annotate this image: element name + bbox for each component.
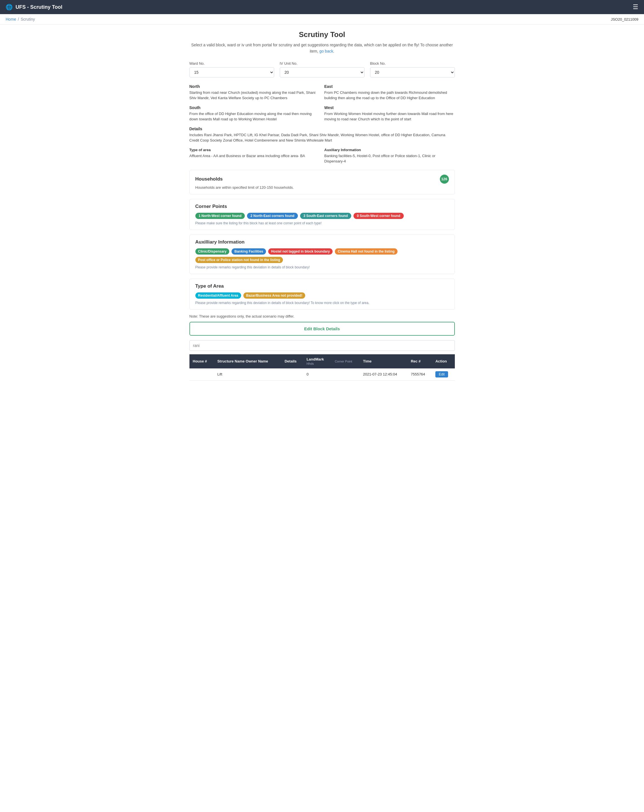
auxiliary-info-title: Auxilliary Information: [195, 239, 449, 245]
corner-tag-sw: 0 South-West corner found: [353, 213, 404, 219]
suggestion-note: Note: These are suggestions only, the ac…: [189, 314, 455, 318]
col-rec: Rec #: [407, 354, 432, 368]
auxiliary-text: Banking facilities-5, Hostel-0, Post off…: [324, 153, 455, 164]
households-title: Households: [195, 176, 223, 182]
page-title: Scrutiny Tool: [189, 30, 455, 39]
corner-tags-row: 1 North-West corner found 2 North-East c…: [195, 213, 449, 219]
ward-select[interactable]: 15: [189, 67, 274, 78]
col-corner: Corner Point: [332, 354, 360, 368]
page-subtitle: Select a valid block, ward or iv unit fr…: [189, 42, 455, 55]
corner-tag-se: 3 South-East corners found: [300, 213, 351, 219]
aux-tag-postoffice: Post office or Police station not found …: [195, 257, 283, 263]
corner-points-card: Corner Points 1 North-West corner found …: [189, 199, 455, 230]
table-head: House # Structure Name Owner Name Detail…: [189, 354, 455, 368]
area-tags-row: Residential/Affluent Area Bazar/Business…: [195, 292, 449, 299]
cell-time: 2021-07-23 12:45:04: [360, 368, 407, 380]
corner-points-title: Corner Points: [195, 204, 449, 209]
breadcrumb-bar: Home / Scrutiny JSO20_0211009: [0, 14, 644, 24]
globe-icon: 🌐: [6, 4, 13, 11]
col-details: Details: [281, 354, 303, 368]
east-boundary: East From PC Chambers moving down the pa…: [324, 84, 455, 101]
brand-name: UFS - Scrutiny Tool: [15, 4, 62, 10]
cell-details: [281, 368, 303, 380]
jso-code: JSO20_0211009: [611, 17, 638, 21]
table-body: Lift 0 2021-07-23 12:45:04 7555764 Edit: [189, 368, 455, 380]
iv-select[interactable]: 20: [280, 67, 364, 78]
breadcrumb-current: Scrutiny: [21, 17, 35, 21]
ward-label: Ward No.: [189, 61, 274, 66]
selectors-row: Ward No. 15 IV Unit No. 20 Block No. 20: [189, 61, 455, 78]
aux-tag-clinic: Clinic/Dispensary: [195, 248, 230, 255]
area-tag-residential: Residential/Affluent Area: [195, 292, 241, 299]
row-edit-button[interactable]: Edit: [435, 371, 448, 377]
aux-tag-hostel: Hostel not tagged in block boundary: [268, 248, 333, 255]
edit-block-button[interactable]: Edit Block Details: [189, 322, 455, 336]
ward-selector-group: Ward No. 15: [189, 61, 274, 78]
navbar: 🌐 UFS - Scrutiny Tool ☰: [0, 0, 644, 14]
auxiliary-info-note: Please provide remarks regarding this de…: [195, 265, 449, 269]
type-of-area-card: Type of Area Residential/Affluent Area B…: [189, 279, 455, 310]
type-of-area-card-title: Type of Area: [195, 283, 449, 289]
col-house: House #: [189, 354, 214, 368]
type-area-info: Type of area Affluent Area - AA and Busi…: [189, 148, 320, 164]
households-badge: 126: [440, 175, 449, 184]
west-text: From Working Women Hostel moving further…: [324, 111, 455, 122]
brand: 🌐 UFS - Scrutiny Tool: [6, 4, 62, 11]
south-text: From the office of DD Higher Education m…: [189, 111, 320, 122]
auxiliary-tags-row: Clinic/Dispensary Banking Facilities Hos…: [195, 248, 449, 263]
info-row: Type of area Affluent Area - AA and Busi…: [189, 148, 455, 164]
north-boundary: North Starting from road near Church (ex…: [189, 84, 320, 101]
type-area-text: Affluent Area - AA and Business or Bazar…: [189, 153, 320, 159]
col-action: Action: [432, 354, 455, 368]
auxiliary-info: Auxiliary Information Banking facilities…: [324, 148, 455, 164]
south-label: South: [189, 105, 320, 110]
corner-tag-nw: 1 North-West corner found: [195, 213, 245, 219]
aux-tag-cinema: Cinema Hall not found in the listing: [335, 248, 397, 255]
cell-action[interactable]: Edit: [432, 368, 455, 380]
households-header: Households 126: [195, 175, 449, 184]
south-boundary: South From the office of DD Higher Educa…: [189, 105, 320, 122]
area-tag-bazar: Bazar/Business Area not provided!: [244, 292, 305, 299]
listing-table: House # Structure Name Owner Name Detail…: [189, 354, 455, 380]
cell-house: [189, 368, 214, 380]
col-landmark: LandMark Hhds: [303, 354, 332, 368]
details-label: Details: [189, 127, 455, 131]
search-input[interactable]: [189, 340, 455, 351]
breadcrumb-separator: /: [18, 17, 19, 21]
auxiliary-info-card: Auxilliary Information Clinic/Dispensary…: [189, 235, 455, 274]
cell-structure: Lift: [214, 368, 281, 380]
west-label: West: [324, 105, 455, 110]
east-text: From PC Chambers moving down the path to…: [324, 90, 455, 101]
block-label: Block No.: [370, 61, 455, 66]
details-section: Details Includes Rani Jhansi Park, HPTDC…: [189, 127, 455, 143]
iv-label: IV Unit No.: [280, 61, 364, 66]
table-row: Lift 0 2021-07-23 12:45:04 7555764 Edit: [189, 368, 455, 380]
details-text: Includes Rani Jhansi Park, HPTDC Lift, I…: [189, 132, 455, 143]
corner-tag-ne: 2 North-East corners found: [247, 213, 298, 219]
go-back-link[interactable]: go back: [319, 49, 333, 53]
breadcrumb-home[interactable]: Home: [6, 17, 16, 21]
north-text: Starting from road near Church (excluded…: [189, 90, 320, 101]
type-of-area-note: Please provide remarks regarding this de…: [195, 301, 449, 305]
east-label: East: [324, 84, 455, 89]
col-structure: Structure Name Owner Name: [214, 354, 281, 368]
aux-tag-banking: Banking Facilities: [231, 248, 266, 255]
col-time: Time: [360, 354, 407, 368]
iv-selector-group: IV Unit No. 20: [280, 61, 364, 78]
households-subtitle: Households are within specified limit of…: [195, 185, 449, 189]
boundary-grid: North Starting from road near Church (ex…: [189, 84, 455, 122]
west-boundary: West From Working Women Hostel moving fu…: [324, 105, 455, 122]
main-content: Scrutiny Tool Select a valid block, ward…: [181, 24, 463, 386]
table-header-row: House # Structure Name Owner Name Detail…: [189, 354, 455, 368]
cell-hhds: 0: [303, 368, 332, 380]
breadcrumb: Home / Scrutiny: [6, 17, 35, 21]
block-selector-group: Block No. 20: [370, 61, 455, 78]
type-area-label: Type of area: [189, 148, 320, 152]
north-label: North: [189, 84, 320, 89]
cell-rec: 7555764: [407, 368, 432, 380]
households-card: Households 126 Households are within spe…: [189, 170, 455, 194]
auxiliary-label: Auxiliary Information: [324, 148, 455, 152]
cell-corner-point: [332, 368, 360, 380]
menu-icon[interactable]: ☰: [633, 3, 638, 11]
block-select[interactable]: 20: [370, 67, 455, 78]
